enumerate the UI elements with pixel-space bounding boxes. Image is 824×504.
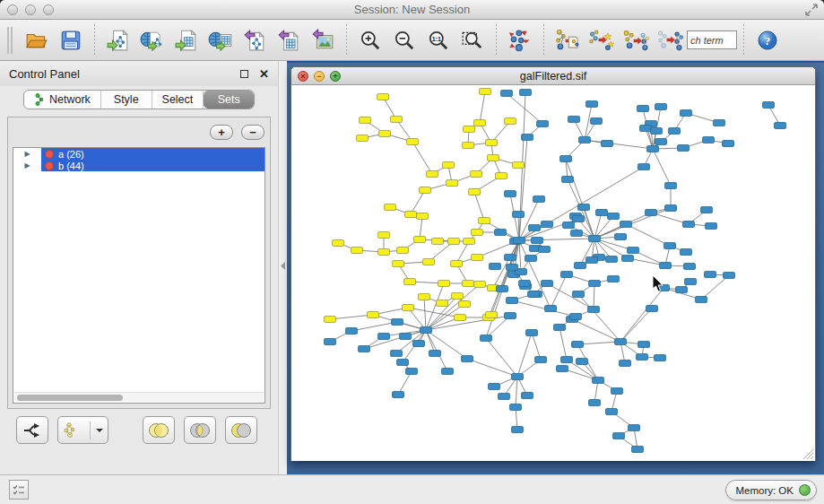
resize-grip-icon[interactable] bbox=[802, 448, 814, 460]
minimize-network-button[interactable]: − bbox=[314, 71, 325, 82]
tab-label: Sets bbox=[218, 93, 240, 106]
window-title: Session: New Session bbox=[0, 3, 824, 16]
union-button[interactable] bbox=[143, 416, 175, 444]
help-button[interactable]: ? bbox=[750, 23, 785, 57]
close-window-button[interactable] bbox=[7, 4, 18, 15]
help-icon: ? bbox=[757, 30, 778, 51]
export-table-button[interactable] bbox=[272, 23, 306, 57]
network-canvas-svg[interactable] bbox=[291, 85, 815, 461]
network-tab-icon bbox=[34, 93, 45, 106]
open-session-button[interactable] bbox=[20, 23, 54, 57]
import-network-file-icon bbox=[107, 29, 130, 52]
control-panel-tabs: Network Style Select Sets bbox=[23, 90, 255, 109]
task-checklist-icon bbox=[13, 483, 25, 496]
set-color-dot bbox=[45, 161, 54, 170]
memory-status-label: Memory: OK bbox=[735, 485, 794, 496]
set-color-dot bbox=[45, 150, 54, 159]
close-panel-icon[interactable]: ✕ bbox=[259, 68, 269, 80]
close-network-button[interactable]: × bbox=[298, 71, 308, 82]
apply-layout-icon bbox=[507, 28, 533, 53]
intersection-button[interactable] bbox=[184, 416, 216, 444]
new-network-from-selection-button[interactable] bbox=[585, 23, 619, 57]
select-first-neighbors-icon bbox=[622, 28, 649, 53]
app-window: Session: New Session bbox=[0, 0, 824, 504]
tab-label: Select bbox=[162, 93, 194, 106]
set-label: b (44) bbox=[58, 161, 84, 171]
intersection-icon bbox=[187, 421, 213, 440]
extend-selection-button[interactable] bbox=[653, 23, 687, 57]
search-input[interactable] bbox=[687, 30, 737, 49]
remove-set-button[interactable]: − bbox=[241, 125, 265, 140]
panel-splitter[interactable] bbox=[278, 61, 287, 474]
network-window-title: galFiltered.sif bbox=[291, 70, 815, 83]
list-item-set-b[interactable]: ▶ b (44) bbox=[13, 160, 265, 171]
zoom-fit-button[interactable] bbox=[455, 23, 490, 57]
import-table-file-button[interactable] bbox=[169, 23, 204, 57]
copy-view-to-new-network-icon bbox=[554, 28, 581, 53]
union-icon bbox=[146, 421, 171, 440]
status-bar: Memory: OK bbox=[0, 474, 824, 504]
difference-icon bbox=[229, 421, 254, 440]
zoom-in-icon bbox=[359, 29, 382, 52]
minimize-window-button[interactable] bbox=[25, 4, 36, 15]
zoom-window-button[interactable] bbox=[43, 4, 54, 15]
tab-style[interactable]: Style bbox=[101, 91, 152, 109]
apply-layout-button[interactable] bbox=[503, 23, 537, 57]
split-sets-button[interactable] bbox=[16, 416, 48, 444]
copy-view-to-new-network-button[interactable] bbox=[551, 23, 585, 57]
float-panel-icon[interactable] bbox=[240, 70, 248, 78]
export-image-button[interactable] bbox=[306, 23, 340, 57]
network-window[interactable]: × − + galFiltered.sif bbox=[291, 66, 816, 461]
toolbar-separator bbox=[346, 24, 347, 56]
zoom-out-button[interactable] bbox=[387, 23, 421, 57]
maximize-network-button[interactable]: + bbox=[330, 71, 341, 82]
import-table-database-icon bbox=[208, 29, 233, 52]
toolbar-separator bbox=[743, 24, 744, 56]
button-divider bbox=[90, 421, 91, 439]
expander-icon[interactable]: ▶ bbox=[13, 161, 41, 169]
zoom-in-button[interactable] bbox=[353, 23, 387, 57]
chevron-down-icon[interactable] bbox=[95, 427, 104, 434]
import-table-database-button[interactable] bbox=[204, 23, 238, 57]
sets-list: ▶ a (26) ▶ b (44) bbox=[13, 147, 265, 404]
toolbar: 1:1 ? bbox=[0, 20, 824, 61]
svg-text:?: ? bbox=[765, 33, 771, 47]
zoom-out-icon bbox=[393, 29, 416, 52]
scrollbar-thumb[interactable] bbox=[17, 395, 123, 401]
list-item-set-a[interactable]: ▶ a (26) bbox=[13, 148, 265, 160]
create-set-button[interactable] bbox=[57, 416, 108, 444]
select-first-neighbors-button[interactable] bbox=[619, 23, 653, 57]
expander-icon[interactable]: ▶ bbox=[13, 150, 41, 158]
sets-panel: + − ▶ a (26) ▶ b (44) bbox=[7, 117, 271, 409]
save-session-icon bbox=[59, 29, 82, 52]
extend-selection-icon bbox=[656, 28, 683, 53]
import-network-database-button[interactable] bbox=[135, 23, 169, 57]
fullscreen-icon[interactable] bbox=[804, 3, 819, 17]
tab-network[interactable]: Network bbox=[24, 91, 101, 109]
memory-status-button[interactable]: Memory: OK bbox=[725, 480, 817, 500]
splitter-collapse-handle[interactable] bbox=[281, 262, 285, 270]
new-network-from-selection-icon bbox=[588, 28, 615, 53]
network-window-titlebar[interactable]: × − + galFiltered.sif bbox=[291, 67, 815, 85]
export-network-button[interactable] bbox=[238, 23, 272, 57]
network-canvas[interactable] bbox=[291, 85, 815, 461]
zoom-actual-size-icon: 1:1 bbox=[427, 29, 450, 52]
task-history-button[interactable] bbox=[9, 480, 29, 500]
tab-select[interactable]: Select bbox=[152, 91, 204, 109]
save-session-button[interactable] bbox=[54, 23, 88, 57]
mouse-cursor bbox=[652, 275, 664, 293]
import-network-file-button[interactable] bbox=[101, 23, 135, 57]
titlebar: Session: New Session bbox=[0, 0, 824, 20]
tab-label: Style bbox=[114, 93, 139, 106]
export-image-icon bbox=[311, 29, 334, 52]
svg-text:1:1: 1:1 bbox=[432, 35, 441, 41]
tab-sets[interactable]: Sets bbox=[204, 91, 254, 109]
add-set-button[interactable]: + bbox=[210, 125, 233, 140]
zoom-actual-size-button[interactable]: 1:1 bbox=[421, 23, 455, 57]
export-table-icon bbox=[277, 29, 300, 52]
split-sets-icon bbox=[22, 421, 43, 440]
network-desktop: × − + galFiltered.sif bbox=[287, 61, 824, 474]
difference-button[interactable] bbox=[225, 416, 257, 444]
toolbar-drag-handle[interactable] bbox=[7, 27, 13, 54]
horizontal-scrollbar[interactable] bbox=[14, 392, 264, 402]
